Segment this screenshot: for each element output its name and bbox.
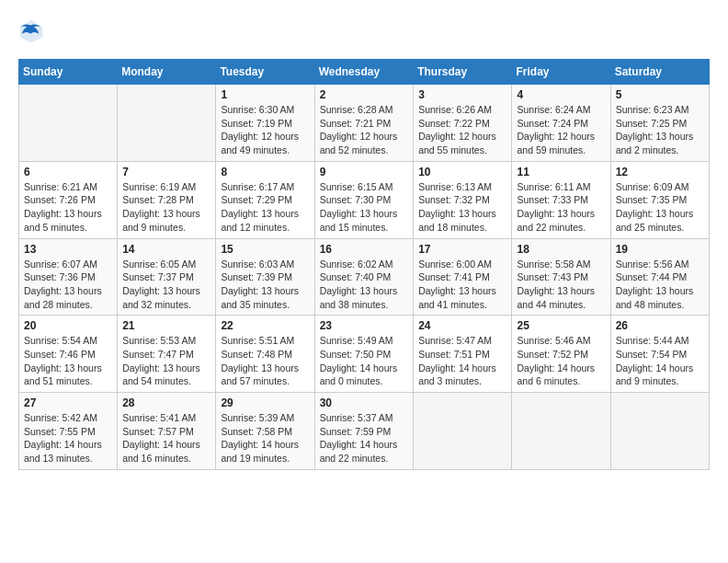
day-number: 8 xyxy=(221,166,309,178)
calendar-cell: 16Sunrise: 6:02 AMSunset: 7:40 PMDayligh… xyxy=(314,238,414,316)
weekday-header-saturday: Saturday xyxy=(610,60,709,85)
calendar-cell: 26Sunrise: 5:44 AMSunset: 7:54 PMDayligh… xyxy=(610,316,709,393)
calendar-cell: 21Sunrise: 5:53 AMSunset: 7:47 PMDayligh… xyxy=(118,316,216,393)
day-number: 23 xyxy=(320,319,409,332)
logo-icon xyxy=(18,18,44,44)
calendar-cell: 1Sunrise: 6:30 AMSunset: 7:19 PMDaylight… xyxy=(216,85,314,162)
day-info: Sunrise: 6:02 AMSunset: 7:40 PMDaylight:… xyxy=(320,258,409,312)
calendar-cell: 20Sunrise: 5:54 AMSunset: 7:46 PMDayligh… xyxy=(19,316,118,393)
day-number: 27 xyxy=(24,396,112,409)
calendar-table: SundayMondayTuesdayWednesdayThursdayFrid… xyxy=(18,59,710,470)
calendar-cell: 7Sunrise: 6:19 AMSunset: 7:28 PMDaylight… xyxy=(118,161,216,238)
calendar-week-2: 6Sunrise: 6:21 AMSunset: 7:26 PMDaylight… xyxy=(19,161,710,238)
calendar-cell xyxy=(512,393,610,470)
day-number: 17 xyxy=(418,243,506,256)
calendar-cell: 12Sunrise: 6:09 AMSunset: 7:35 PMDayligh… xyxy=(610,161,709,238)
day-number: 9 xyxy=(320,166,409,178)
day-number: 6 xyxy=(24,166,112,178)
calendar-cell: 11Sunrise: 6:11 AMSunset: 7:33 PMDayligh… xyxy=(512,161,610,238)
weekday-header-thursday: Thursday xyxy=(414,60,512,85)
day-info: Sunrise: 5:56 AMSunset: 7:44 PMDaylight:… xyxy=(616,258,704,312)
day-info: Sunrise: 5:58 AMSunset: 7:43 PMDaylight:… xyxy=(517,258,605,312)
calendar-cell xyxy=(19,85,118,162)
day-info: Sunrise: 5:44 AMSunset: 7:54 PMDaylight:… xyxy=(616,334,704,388)
day-number: 29 xyxy=(221,396,309,409)
calendar-cell: 22Sunrise: 5:51 AMSunset: 7:48 PMDayligh… xyxy=(216,316,314,393)
calendar-cell: 25Sunrise: 5:46 AMSunset: 7:52 PMDayligh… xyxy=(512,316,610,393)
calendar-cell: 2Sunrise: 6:28 AMSunset: 7:21 PMDaylight… xyxy=(314,85,414,162)
day-info: Sunrise: 6:09 AMSunset: 7:35 PMDaylight:… xyxy=(616,180,704,235)
calendar-header: SundayMondayTuesdayWednesdayThursdayFrid… xyxy=(19,60,710,85)
day-info: Sunrise: 6:19 AMSunset: 7:28 PMDaylight:… xyxy=(122,180,210,235)
day-info: Sunrise: 6:26 AMSunset: 7:22 PMDaylight:… xyxy=(418,103,506,157)
calendar-cell: 5Sunrise: 6:23 AMSunset: 7:25 PMDaylight… xyxy=(610,85,709,162)
page-header xyxy=(18,18,710,44)
calendar-cell: 4Sunrise: 6:24 AMSunset: 7:24 PMDaylight… xyxy=(512,85,610,162)
calendar-cell: 24Sunrise: 5:47 AMSunset: 7:51 PMDayligh… xyxy=(414,316,512,393)
day-number: 12 xyxy=(616,166,704,178)
day-number: 7 xyxy=(122,166,210,178)
day-info: Sunrise: 5:47 AMSunset: 7:51 PMDaylight:… xyxy=(418,334,506,388)
day-info: Sunrise: 5:54 AMSunset: 7:46 PMDaylight:… xyxy=(24,334,112,388)
calendar-cell: 17Sunrise: 6:00 AMSunset: 7:41 PMDayligh… xyxy=(414,238,512,316)
weekday-header-friday: Friday xyxy=(512,60,610,85)
calendar-cell: 6Sunrise: 6:21 AMSunset: 7:26 PMDaylight… xyxy=(19,161,118,238)
day-number: 26 xyxy=(616,319,704,332)
weekday-row: SundayMondayTuesdayWednesdayThursdayFrid… xyxy=(19,60,710,85)
logo xyxy=(18,18,48,44)
day-info: Sunrise: 6:30 AMSunset: 7:19 PMDaylight:… xyxy=(221,103,309,157)
day-info: Sunrise: 5:46 AMSunset: 7:52 PMDaylight:… xyxy=(517,334,605,388)
weekday-header-tuesday: Tuesday xyxy=(216,60,314,85)
day-info: Sunrise: 5:41 AMSunset: 7:57 PMDaylight:… xyxy=(122,411,210,465)
day-info: Sunrise: 6:24 AMSunset: 7:24 PMDaylight:… xyxy=(517,103,605,157)
day-number: 15 xyxy=(221,243,309,256)
day-number: 3 xyxy=(418,88,506,101)
day-number: 21 xyxy=(122,319,210,332)
day-number: 1 xyxy=(221,88,309,101)
day-info: Sunrise: 6:05 AMSunset: 7:37 PMDaylight:… xyxy=(122,258,210,312)
calendar-cell: 3Sunrise: 6:26 AMSunset: 7:22 PMDaylight… xyxy=(414,85,512,162)
calendar-cell: 29Sunrise: 5:39 AMSunset: 7:58 PMDayligh… xyxy=(216,393,314,470)
day-info: Sunrise: 6:28 AMSunset: 7:21 PMDaylight:… xyxy=(320,103,409,157)
calendar-cell: 15Sunrise: 6:03 AMSunset: 7:39 PMDayligh… xyxy=(216,238,314,316)
calendar-body: 1Sunrise: 6:30 AMSunset: 7:19 PMDaylight… xyxy=(19,85,710,470)
calendar-cell: 18Sunrise: 5:58 AMSunset: 7:43 PMDayligh… xyxy=(512,238,610,316)
calendar-cell: 8Sunrise: 6:17 AMSunset: 7:29 PMDaylight… xyxy=(216,161,314,238)
day-info: Sunrise: 5:39 AMSunset: 7:58 PMDaylight:… xyxy=(221,411,309,465)
weekday-header-wednesday: Wednesday xyxy=(314,60,414,85)
calendar-cell xyxy=(118,85,216,162)
day-info: Sunrise: 6:17 AMSunset: 7:29 PMDaylight:… xyxy=(221,180,309,235)
day-number: 18 xyxy=(517,243,605,256)
day-number: 13 xyxy=(24,243,112,256)
calendar-cell: 30Sunrise: 5:37 AMSunset: 7:59 PMDayligh… xyxy=(314,393,414,470)
calendar-cell: 23Sunrise: 5:49 AMSunset: 7:50 PMDayligh… xyxy=(314,316,414,393)
day-info: Sunrise: 6:11 AMSunset: 7:33 PMDaylight:… xyxy=(517,180,605,235)
day-info: Sunrise: 5:42 AMSunset: 7:55 PMDaylight:… xyxy=(24,411,112,465)
calendar-cell xyxy=(414,393,512,470)
day-number: 22 xyxy=(221,319,309,332)
day-info: Sunrise: 6:00 AMSunset: 7:41 PMDaylight:… xyxy=(418,258,506,312)
day-info: Sunrise: 6:03 AMSunset: 7:39 PMDaylight:… xyxy=(221,258,309,312)
calendar-cell: 14Sunrise: 6:05 AMSunset: 7:37 PMDayligh… xyxy=(118,238,216,316)
day-number: 14 xyxy=(122,243,210,256)
weekday-header-monday: Monday xyxy=(118,60,216,85)
day-number: 10 xyxy=(418,166,506,178)
day-info: Sunrise: 6:15 AMSunset: 7:30 PMDaylight:… xyxy=(320,180,409,235)
calendar-cell: 19Sunrise: 5:56 AMSunset: 7:44 PMDayligh… xyxy=(610,238,709,316)
day-number: 5 xyxy=(616,88,704,101)
calendar-cell: 28Sunrise: 5:41 AMSunset: 7:57 PMDayligh… xyxy=(118,393,216,470)
calendar-cell: 9Sunrise: 6:15 AMSunset: 7:30 PMDaylight… xyxy=(314,161,414,238)
day-number: 28 xyxy=(122,396,210,409)
calendar-cell xyxy=(610,393,709,470)
calendar-week-3: 13Sunrise: 6:07 AMSunset: 7:36 PMDayligh… xyxy=(19,238,710,316)
day-number: 30 xyxy=(320,396,409,409)
day-info: Sunrise: 5:49 AMSunset: 7:50 PMDaylight:… xyxy=(320,334,409,388)
calendar-week-1: 1Sunrise: 6:30 AMSunset: 7:19 PMDaylight… xyxy=(19,85,710,162)
day-info: Sunrise: 5:37 AMSunset: 7:59 PMDaylight:… xyxy=(320,411,409,465)
day-info: Sunrise: 6:07 AMSunset: 7:36 PMDaylight:… xyxy=(24,258,112,312)
day-info: Sunrise: 6:21 AMSunset: 7:26 PMDaylight:… xyxy=(24,180,112,235)
weekday-header-sunday: Sunday xyxy=(19,60,118,85)
day-info: Sunrise: 5:53 AMSunset: 7:47 PMDaylight:… xyxy=(122,334,210,388)
day-number: 11 xyxy=(517,166,605,178)
calendar-week-5: 27Sunrise: 5:42 AMSunset: 7:55 PMDayligh… xyxy=(19,393,710,470)
